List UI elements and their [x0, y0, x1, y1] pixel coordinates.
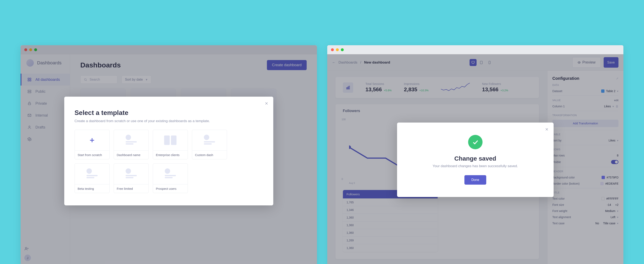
template-thumb-icon	[126, 168, 137, 179]
close-icon[interactable]	[265, 102, 268, 105]
template-label: Start from scratch	[75, 150, 109, 159]
window-close-dot[interactable]	[331, 48, 334, 51]
template-label: Beta testing	[75, 184, 109, 193]
success-check-icon	[468, 135, 482, 149]
modal-title: Select a template	[74, 109, 263, 117]
template-free-limited[interactable]: Free limited	[114, 163, 149, 193]
template-enterprise-clients[interactable]: Enterprise clients	[153, 130, 188, 159]
window-dashboards-list: Dashboards All dashboards Public	[20, 45, 317, 264]
template-beta-testing[interactable]: Beta testing	[74, 163, 110, 193]
select-template-modal: Select a template Create a dashboard fro…	[64, 97, 273, 205]
template-label: Custom dash	[192, 150, 227, 159]
mac-titlebar	[327, 45, 624, 54]
template-custom-dash[interactable]: Custom dash	[192, 130, 227, 159]
template-thumb-icon	[86, 168, 98, 179]
plus-icon	[89, 137, 95, 143]
template-label: Free limited	[114, 184, 148, 193]
close-icon[interactable]	[545, 128, 549, 131]
window-minimize-dot[interactable]	[336, 48, 339, 51]
modal-description: Your dashboard changes has been successf…	[410, 164, 541, 168]
template-start-from-scratch[interactable]: Start from scratch	[74, 130, 110, 159]
template-label: Enterprise clients	[153, 150, 188, 159]
window-dashboard-editor: ← Dashboards / New dashboard	[327, 45, 624, 264]
modal-overlay: Select a template Create a dashboard fro…	[20, 45, 317, 264]
template-thumb-icon	[126, 135, 137, 146]
template-dashboard-name[interactable]: Dashboard name	[114, 130, 149, 159]
template-label: Prospect users	[153, 184, 188, 193]
template-prospect-users[interactable]: Prospect users	[153, 163, 188, 193]
template-thumb-icon	[164, 135, 176, 145]
template-thumb-icon	[204, 135, 215, 146]
template-label: Dashboard name	[114, 150, 148, 159]
window-zoom-dot[interactable]	[341, 48, 344, 51]
change-saved-modal: Change saved Your dashboard changes has …	[397, 123, 554, 197]
modal-description: Create a dashboard from scratch or use o…	[74, 119, 263, 123]
done-button[interactable]: Done	[464, 175, 486, 185]
modal-overlay: Change saved Your dashboard changes has …	[327, 54, 624, 264]
template-thumb-icon	[165, 168, 176, 179]
modal-title: Change saved	[410, 155, 541, 162]
